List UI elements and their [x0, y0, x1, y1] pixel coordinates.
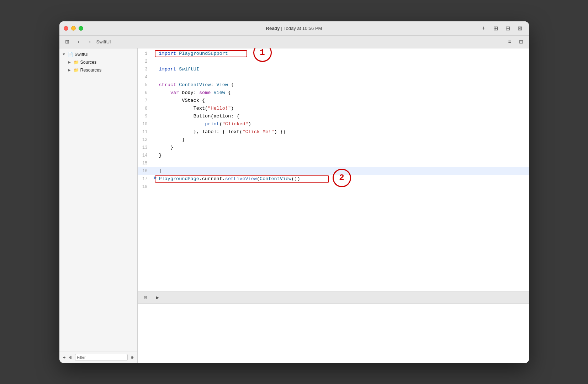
arrow-icon-resources: ▶ [68, 68, 72, 72]
main-window: Ready | Today at 10:56 PM + ⊞ ⊟ ⊠ ⊞ ‹ › … [59, 21, 529, 363]
arrow-icon-sources: ▶ [68, 60, 72, 64]
console-content [138, 304, 529, 363]
traffic-lights [64, 26, 83, 31]
titlebar: Ready | Today at 10:56 PM + ⊞ ⊟ ⊠ [59, 21, 529, 36]
layout-button-2[interactable]: ⊟ [503, 24, 513, 32]
code-line-6: 6 var body: some View { [138, 89, 529, 97]
close-button[interactable] [64, 26, 68, 31]
code-line-13: 13 } [138, 144, 529, 152]
code-line-1: 1 import PlaygroundSupport 1 [138, 50, 529, 58]
code-line-18: 18 [138, 183, 529, 191]
minimize-button[interactable] [71, 26, 76, 31]
folder-icon-sources: 📁 [74, 60, 79, 65]
sidebar: ▼ 📄 SwiftUI ▶ 📁 Sources ▶ 📁 Resources [59, 48, 138, 363]
console-panel: ⊟ ▶ [138, 292, 529, 363]
code-line-5: 5 struct ContentView: View { [138, 81, 529, 89]
sidebar-item-swiftui[interactable]: ▼ 📄 SwiftUI [59, 51, 137, 58]
titlebar-right: + ⊞ ⊟ ⊠ [479, 24, 525, 32]
filter-input[interactable] [75, 354, 128, 361]
layout-button-1[interactable]: ⊞ [491, 24, 500, 32]
console-clear-button[interactable]: ⊟ [141, 293, 150, 302]
editor-area: 1 import PlaygroundSupport 1 2 [138, 48, 529, 363]
code-line-4: 4 [138, 73, 529, 81]
playground-icon: 📄 [68, 52, 73, 57]
code-line-3: 3 import SwiftUI [138, 65, 529, 73]
code-line-10: 10 print("Clicked") [138, 120, 529, 128]
layout-button-3[interactable]: ⊠ [515, 24, 525, 32]
console-toolbar: ⊟ ▶ [138, 292, 529, 304]
code-line-15: 15 [138, 159, 529, 167]
extra-btn[interactable]: ⊕ [130, 353, 134, 361]
code-line-12: 12 } [138, 136, 529, 144]
main-content: ▼ 📄 SwiftUI ▶ 📁 Sources ▶ 📁 Resources [59, 48, 529, 363]
code-lines: 1 import PlaygroundSupport 1 2 [138, 48, 529, 192]
navigator-toggle[interactable]: ⊞ [62, 37, 72, 46]
sidebar-bottom: + ⊙ ⊕ [59, 352, 137, 363]
maximize-button[interactable] [79, 26, 83, 31]
code-editor[interactable]: 1 import PlaygroundSupport 1 2 [138, 48, 529, 292]
sidebar-item-resources[interactable]: ▶ 📁 Resources [59, 66, 137, 74]
status-text: Ready | Today at 10:56 PM [266, 26, 322, 31]
filter-icon-btn[interactable]: ⊙ [69, 353, 73, 361]
code-line-8: 8 Text("Hello!") [138, 105, 529, 112]
code-line-7: 7 VStack { [138, 97, 529, 105]
code-line-11: 11 }, label: { Text("Click Me!") }) [138, 128, 529, 136]
sidebar-tree: ▼ 📄 SwiftUI ▶ 📁 Sources ▶ 📁 Resources [59, 48, 137, 352]
code-line-14: 14 } [138, 152, 529, 159]
sidebar-item-sources[interactable]: ▶ 📁 Sources [59, 58, 137, 66]
breadcrumb: SwiftUI [96, 39, 111, 44]
titlebar-center: Ready | Today at 10:56 PM [266, 26, 322, 31]
panel-toggle[interactable]: ⊟ [516, 37, 526, 46]
add-button[interactable]: + [479, 24, 488, 32]
run-line-button[interactable]: ▶ [153, 175, 158, 180]
nav-back[interactable]: ‹ [74, 37, 84, 46]
folder-icon-resources: 📁 [74, 68, 79, 73]
nav-forward[interactable]: › [85, 37, 95, 46]
add-file-button[interactable]: + [62, 353, 67, 361]
toolbar: ⊞ ‹ › SwiftUI ≡ ⊟ [59, 36, 529, 48]
code-line-9: 9 Button(action: { [138, 112, 529, 120]
code-line-16: 16 | [138, 167, 529, 175]
console-run-button[interactable]: ▶ [153, 293, 163, 302]
lines-toggle[interactable]: ≡ [505, 37, 515, 46]
code-line-2: 2 [138, 58, 529, 65]
arrow-icon: ▼ [62, 52, 67, 56]
code-line-17: 17 ▶ PlaygroundPage.current.setLiveView(… [138, 175, 529, 183]
